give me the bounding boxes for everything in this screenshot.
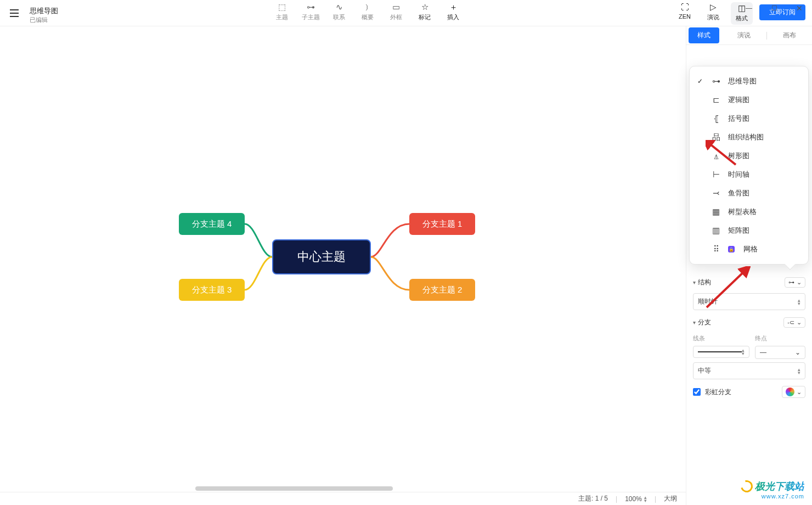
subtopic-icon: ⊶ (307, 2, 315, 12)
section-branch: ▾分支 -⊂⌄ 线条 ▴▾ 终点 — (693, 315, 805, 398)
branch-topic-1[interactable]: 分支主题 1 (409, 213, 475, 235)
structure-fishbone[interactable]: ⤙ 鱼骨图 (690, 184, 808, 203)
structure-bracket-icon: ⦃ (710, 114, 721, 124)
rainbow-label: 彩虹分支 (705, 388, 731, 397)
tool-summary[interactable]: ⟯概要 (357, 2, 379, 21)
canvas[interactable]: 分支主题 4 分支主题 3 分支主题 1 分支主题 2 中心主题 (9, 26, 686, 505)
end-label: 终点 (755, 334, 805, 343)
line-sample-icon (698, 351, 742, 352)
window-minimize[interactable]: — (736, 0, 762, 16)
tool-marker[interactable]: ☆标记 (414, 2, 436, 21)
tool-zen[interactable]: ⛶ZEN (674, 2, 696, 20)
structure-grid[interactable]: ⠿ 🔒 网格 (690, 240, 808, 259)
structure-type-select[interactable]: ⊶⌄ (785, 277, 805, 288)
line-label: 线条 (693, 334, 749, 343)
tool-boundary[interactable]: ▭外框 (385, 2, 407, 21)
relationship-icon: ∿ (336, 2, 343, 12)
zoom-control[interactable]: 100% ▴▾ (625, 495, 647, 503)
main: 分支主题 4 分支主题 3 分支主题 1 分支主题 2 中心主题 样式 演说 画… (0, 26, 812, 505)
rainbow-color-select[interactable]: ⌄ (782, 386, 805, 398)
topic-counter: 主题: 1 / 5 (578, 494, 608, 503)
left-gutter (0, 26, 9, 505)
structure-logic[interactable]: ⊏ 逻辑图 (690, 91, 808, 109)
svg-line-0 (708, 143, 736, 165)
stepper-icon: ▴▾ (798, 299, 800, 305)
rainbow-row: 彩虹分支 ⌄ (693, 386, 805, 398)
branch-topic-2[interactable]: 分支主题 2 (409, 279, 475, 301)
stepper-icon: ▴▾ (742, 349, 745, 355)
topic-icon: ⬚ (278, 2, 286, 12)
horizontal-scrollbar[interactable] (195, 486, 393, 491)
tool-subtopic[interactable]: ⊶子主题 (300, 2, 322, 21)
marker-icon: ☆ (421, 2, 428, 12)
panel-body: ✓ ⊶ 思维导图 ⊏ 逻辑图 ⦃ 括号图 品 组织结构图 (686, 45, 812, 403)
line-end-select[interactable]: — ⌄ (755, 346, 805, 359)
mindmap: 分支主题 4 分支主题 3 分支主题 1 分支主题 2 中心主题 (179, 202, 475, 317)
statusbar: 主题: 1 / 5 | 100% ▴▾ | 大纲 (0, 492, 686, 505)
chevron-down-icon: ⌄ (797, 389, 802, 396)
chevron-down-icon: ⌄ (797, 319, 802, 326)
summary-icon: ⟯ (365, 2, 370, 12)
structure-treetable-icon: ▦ (710, 207, 721, 217)
structure-bracket[interactable]: ⦃ 括号图 (690, 109, 808, 128)
tab-style[interactable]: 样式 (689, 27, 719, 43)
outline-toggle[interactable]: 大纲 (664, 494, 677, 503)
watermark-logo-icon (738, 478, 755, 495)
watermark: 极光下载站 www.xz7.com (741, 480, 804, 500)
structure-logic-icon: ⊏ (710, 95, 721, 105)
rainbow-checkbox[interactable] (693, 388, 701, 396)
structure-matrix-icon: ▥ (710, 226, 721, 235)
tool-topic[interactable]: ⬚主题 (271, 2, 293, 21)
window-maximize[interactable]: ☐ (762, 0, 787, 16)
annotation-arrow (701, 266, 751, 310)
tab-canvas[interactable]: 画布 (767, 27, 812, 43)
structure-fishbone-icon: ⤙ (710, 188, 721, 198)
branch-topic-4[interactable]: 分支主题 4 (179, 213, 245, 235)
topbar: 思维导图 已编辑 ⬚主题 ⊶子主题 ∿联系 ⟯概要 ▭外框 ☆标记 ＋插入 ⛶Z… (0, 0, 812, 26)
boundary-icon: ▭ (392, 2, 400, 12)
structure-mindmap[interactable]: ✓ ⊶ 思维导图 (690, 72, 808, 91)
doc-title: 思维导图 (30, 6, 58, 16)
line-weight-select[interactable]: 中等 ▴▾ (693, 362, 805, 379)
structure-timeline[interactable]: ⊢ 时间轴 (690, 165, 808, 184)
structure-matrix[interactable]: ▥ 矩阵图 (690, 221, 808, 240)
chevron-down-icon: ⌄ (797, 279, 802, 286)
structure-treetable[interactable]: ▦ 树型表格 (690, 203, 808, 221)
insert-icon: ＋ (449, 2, 458, 12)
line-style-select[interactable]: ▴▾ (693, 346, 749, 358)
tab-pitch[interactable]: 演说 (721, 27, 766, 43)
window-controls: — ☐ ✕ (736, 0, 812, 16)
branch-title: 分支 (698, 318, 711, 327)
stepper-icon: ▴▾ (644, 496, 647, 502)
title-block: 思维导图 已编辑 (30, 3, 58, 24)
format-panel: 样式 演说 画布 ✓ ⊶ 思维导图 ⊏ 逻辑图 ⦃ (686, 26, 812, 505)
pro-badge-icon: 🔒 (728, 246, 735, 252)
chevron-down-icon: ⌄ (795, 349, 800, 356)
stepper-icon: ▴▾ (798, 368, 800, 374)
tool-insert[interactable]: ＋插入 (442, 2, 464, 21)
panel-tabs: 样式 演说 画布 (686, 26, 812, 45)
tool-relationship[interactable]: ∿联系 (328, 2, 350, 21)
structure-timeline-icon: ⊢ (710, 170, 721, 179)
branch-shape-icon: -⊂ (787, 319, 794, 326)
branch-shape-select[interactable]: -⊂⌄ (783, 317, 805, 328)
doc-subtitle: 已编辑 (30, 16, 58, 24)
window-close[interactable]: ✕ (787, 0, 812, 16)
annotation-arrow (706, 140, 738, 167)
check-icon: ✓ (696, 77, 704, 85)
pitch-icon: ▷ (710, 2, 717, 12)
svg-line-1 (707, 271, 745, 307)
rainbow-icon (786, 388, 794, 396)
structure-mindmap-icon: ⊶ (710, 76, 721, 86)
tool-pitch[interactable]: ▷演说 (702, 2, 724, 21)
branch-topic-3[interactable]: 分支主题 3 (179, 279, 245, 301)
toolbar: ⬚主题 ⊶子主题 ∿联系 ⟯概要 ▭外框 ☆标记 ＋插入 (61, 0, 674, 21)
caret-icon: ▾ (693, 319, 696, 326)
structure-type-icon: ⊶ (788, 279, 794, 286)
central-topic[interactable]: 中心主题 (272, 239, 371, 274)
structure-grid-icon: ⠿ (710, 244, 721, 254)
top-left: 思维导图 已编辑 (0, 0, 61, 26)
caret-icon: ▾ (693, 279, 696, 285)
menu-button[interactable] (3, 0, 25, 26)
zen-icon: ⛶ (681, 2, 689, 12)
